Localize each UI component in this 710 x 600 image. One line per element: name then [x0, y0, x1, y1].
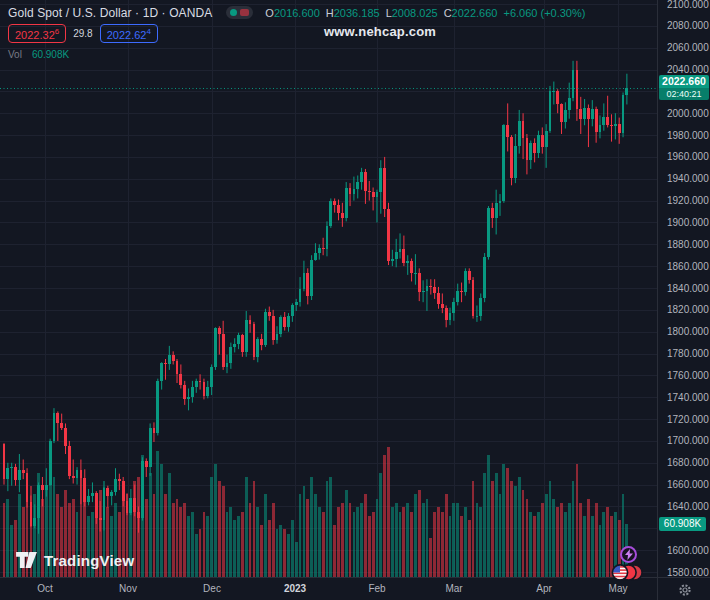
volume-bar	[564, 512, 567, 577]
candle-body	[456, 291, 459, 302]
volume-bar	[283, 529, 286, 577]
volume-bar	[291, 520, 294, 577]
symbol-title[interactable]: Gold Spot / U.S. Dollar · 1D · OANDA	[8, 6, 212, 20]
candle-body	[14, 467, 17, 480]
volume-bar	[591, 516, 594, 577]
candle-body	[376, 192, 379, 197]
candle-body	[256, 339, 259, 356]
axis-settings-corner[interactable]	[657, 577, 710, 600]
candle-body	[545, 131, 548, 147]
price-tick-label: 2080.000	[667, 20, 709, 31]
volume-bar	[606, 507, 609, 577]
price-tick-label: 1860.000	[667, 261, 709, 272]
volume-bar	[383, 455, 386, 577]
candle-body	[91, 493, 94, 495]
volume-bar	[241, 512, 244, 577]
volume-bar	[256, 507, 259, 577]
candle-body	[391, 259, 394, 261]
candle-body	[253, 324, 256, 357]
candle-body	[372, 192, 375, 197]
candle-body	[279, 317, 282, 333]
candle-body	[337, 205, 340, 213]
volume-bar	[545, 494, 548, 577]
candle-body	[226, 363, 229, 366]
candle-body	[495, 203, 498, 218]
volume-bar	[452, 503, 455, 577]
volume-bar	[356, 507, 359, 577]
lightning-icon[interactable]	[620, 546, 637, 563]
candle-body	[206, 387, 209, 396]
volume-bar	[387, 447, 390, 578]
candle-body	[199, 381, 202, 382]
market-status-toggle[interactable]	[226, 6, 253, 19]
volume-bar	[576, 464, 579, 577]
candle-body	[610, 125, 613, 126]
volume-bar	[418, 490, 421, 577]
candle-body	[368, 191, 371, 192]
volume-bar	[199, 529, 202, 577]
volume-bar	[306, 499, 309, 577]
candle-body	[383, 168, 386, 210]
candle-body	[87, 496, 90, 503]
volume-bar	[156, 451, 159, 577]
candle-body	[191, 387, 194, 397]
sell-bid-button[interactable]: 2022.326	[8, 24, 66, 43]
candle-body	[283, 317, 286, 327]
volume-bar	[249, 503, 252, 577]
candle-body	[402, 249, 405, 263]
candle-body	[76, 470, 79, 478]
candle-body	[476, 316, 479, 317]
candlestick-chart[interactable]	[0, 0, 657, 577]
candle-body	[422, 291, 425, 292]
price-tick-label: 1800.000	[667, 326, 709, 337]
candle-body	[579, 109, 582, 119]
candle-body	[303, 273, 306, 289]
close-label: C	[444, 7, 452, 19]
volume-bar	[368, 516, 371, 577]
volume-bar	[433, 512, 436, 577]
volume-bar	[560, 503, 563, 577]
candle-body	[168, 355, 171, 365]
volume-bar	[476, 503, 479, 577]
candle-body	[464, 271, 467, 293]
candle-body	[360, 172, 363, 182]
volume-bar	[160, 464, 163, 577]
volume-bar	[541, 503, 544, 577]
volume-bar	[145, 499, 148, 577]
volume-bar	[518, 477, 521, 577]
volume-bar	[422, 503, 425, 577]
volume-indicator-label[interactable]: Vol	[8, 49, 22, 60]
tradingview-logo[interactable]: TradingView	[16, 551, 134, 569]
time-axis[interactable]: OctNovDec2023FebMarAprMay	[0, 577, 657, 600]
candle-body	[460, 291, 463, 292]
volume-bar	[176, 499, 179, 577]
candle-body	[195, 381, 198, 388]
economic-events-flag-icon[interactable]	[610, 563, 644, 586]
buy-ask-button[interactable]: 2022.624	[100, 24, 158, 43]
price-tick-label: 1880.000	[667, 239, 709, 250]
candle-body	[26, 473, 29, 502]
candle-body	[345, 188, 348, 219]
candle-body	[80, 470, 83, 478]
volume-bar	[326, 481, 329, 577]
candle-body	[149, 428, 152, 467]
candle-body	[68, 446, 71, 475]
volume-bar	[402, 507, 405, 577]
volume-bar	[149, 473, 152, 577]
price-axis[interactable]: 2022.660 02:40:21 60.908K 2100.0002080.0…	[657, 0, 710, 577]
candle-body	[356, 182, 359, 189]
volume-bar	[214, 464, 217, 577]
candle-body	[333, 201, 336, 205]
price-tick-label: 2100.000	[667, 0, 709, 10]
candle-body	[237, 335, 240, 344]
candle-body	[583, 108, 586, 119]
candle-body	[156, 381, 159, 433]
candle-body	[606, 117, 609, 126]
candle-body	[33, 518, 36, 526]
candle-body	[272, 316, 275, 340]
time-axis-label: Dec	[203, 583, 221, 594]
volume-bar	[206, 516, 209, 577]
volume-bar	[552, 499, 555, 577]
candle-body	[618, 124, 621, 133]
candle-body	[526, 138, 529, 160]
